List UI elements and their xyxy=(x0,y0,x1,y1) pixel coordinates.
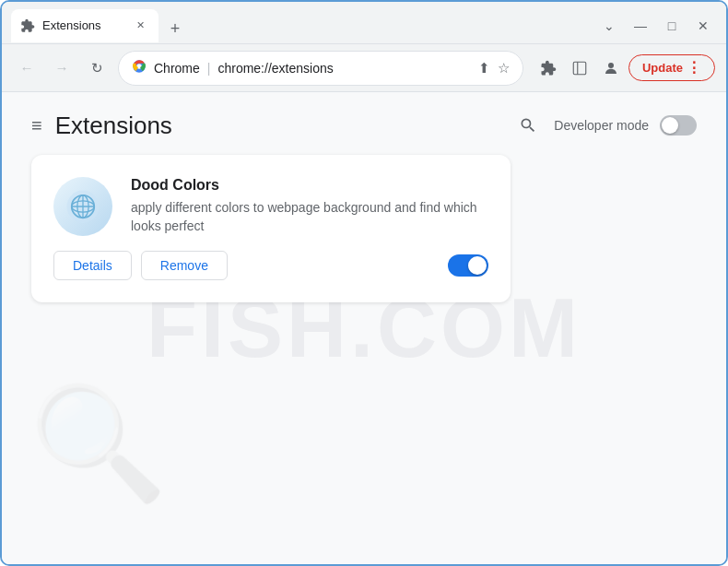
update-label: Update xyxy=(642,61,683,75)
minimize-button[interactable]: — xyxy=(627,12,654,40)
url-divider: | xyxy=(207,61,211,76)
remove-button[interactable]: Remove xyxy=(141,251,228,280)
card-top: Dood Colors apply different colors to we… xyxy=(53,177,488,236)
bookmark-icon: ☆ xyxy=(498,60,510,77)
svg-rect-2 xyxy=(573,62,586,75)
details-button[interactable]: Details xyxy=(53,251,132,280)
extension-info: Dood Colors apply different colors to we… xyxy=(131,177,488,235)
extensions-list: Dood Colors apply different colors to we… xyxy=(2,155,726,302)
window-controls: ⌄ — □ ✕ xyxy=(595,12,717,40)
close-button[interactable]: ✕ xyxy=(689,12,717,40)
refresh-button[interactable]: ↻ xyxy=(83,54,111,82)
url-text: chrome://extensions xyxy=(217,61,471,76)
profile-icon-button[interactable] xyxy=(597,54,625,82)
share-icon: ⬆ xyxy=(478,60,490,77)
site-name: Chrome xyxy=(154,61,200,76)
extensions-header: ≡ Extensions Developer mode xyxy=(2,92,726,155)
developer-mode-toggle[interactable] xyxy=(660,115,697,136)
update-menu-icon: ⋮ xyxy=(687,59,701,77)
extension-toggle[interactable] xyxy=(448,254,488,277)
maximize-button[interactable]: □ xyxy=(658,12,686,40)
watermark-magnifier-icon: 🔍 xyxy=(29,379,168,509)
header-right: Developer mode xyxy=(513,111,697,140)
extension-name: Dood Colors xyxy=(131,177,488,194)
extension-icon xyxy=(53,177,112,236)
nav-bar: ← → ↻ Chrome | chrome://extensions ⬆ ☆ xyxy=(2,44,726,92)
tab-puzzle-icon xyxy=(20,18,35,33)
hamburger-icon[interactable]: ≡ xyxy=(31,115,42,136)
card-actions: Details Remove xyxy=(53,251,228,280)
header-left: ≡ Extensions xyxy=(31,112,172,140)
sidebar-icon-button[interactable] xyxy=(566,54,593,82)
forward-button[interactable]: → xyxy=(48,54,76,82)
tab-title: Extensions xyxy=(42,18,125,32)
tab-close-button[interactable]: ✕ xyxy=(133,18,147,33)
extension-description: apply different colors to webpage backgr… xyxy=(131,199,488,235)
title-bar: Extensions ✕ + ⌄ — □ ✕ xyxy=(2,2,726,44)
extension-card: Dood Colors apply different colors to we… xyxy=(31,155,511,302)
svg-point-4 xyxy=(608,63,614,68)
page-title: Extensions xyxy=(55,112,172,140)
chrome-logo-icon xyxy=(132,59,147,77)
tab-bar: Extensions ✕ + xyxy=(11,9,588,42)
search-button[interactable] xyxy=(513,111,543,140)
back-button[interactable]: ← xyxy=(13,54,41,82)
extensions-icon-button[interactable] xyxy=(534,54,562,82)
nav-icons: Update ⋮ xyxy=(534,54,715,82)
update-button[interactable]: Update ⋮ xyxy=(628,54,715,81)
browser-window: Extensions ✕ + ⌄ — □ ✕ ← → ↻ xyxy=(0,0,728,566)
dropdown-button[interactable]: ⌄ xyxy=(595,12,623,40)
extension-toggle-thumb xyxy=(468,256,487,275)
developer-mode-label: Developer mode xyxy=(554,118,649,133)
card-bottom: Details Remove xyxy=(53,251,488,280)
toggle-thumb xyxy=(662,117,678,134)
address-bar[interactable]: Chrome | chrome://extensions ⬆ ☆ xyxy=(118,51,523,86)
page-content: 🔍 FISH.COM ≡ Extensions Developer mode xyxy=(2,92,726,564)
new-tab-button[interactable]: + xyxy=(162,17,188,42)
active-tab[interactable]: Extensions ✕ xyxy=(11,9,159,42)
